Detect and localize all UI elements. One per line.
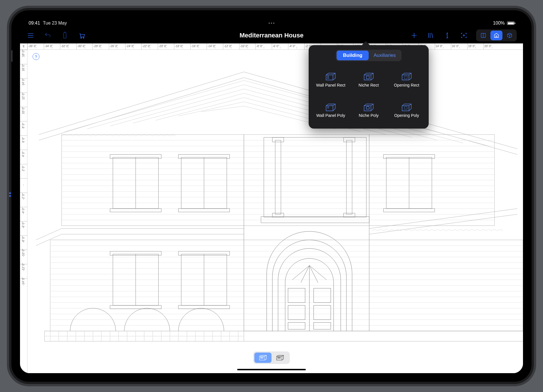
toolbar: Mediterranean House <box>20 27 523 43</box>
ruler-tick: 16' 0" <box>451 43 467 49</box>
popover-item-label: Opening Rect <box>394 83 419 88</box>
add-button[interactable] <box>410 31 418 40</box>
ruler-tick: -20' 0" <box>158 43 174 49</box>
svg-rect-69 <box>288 288 305 303</box>
ruler-tick: -36' 0" <box>27 43 44 49</box>
ruler-tick: 20' 0" <box>484 43 500 49</box>
panel-poly-icon <box>324 102 337 111</box>
opening-poly-icon <box>400 102 413 111</box>
svg-rect-106 <box>366 76 369 79</box>
ruler-tick: -6' 0" <box>20 221 27 235</box>
ruler-tick: -10' 0" <box>239 43 255 49</box>
svg-rect-39 <box>344 137 355 142</box>
cart-button[interactable] <box>78 31 86 40</box>
ruler-tick: -32' 0" <box>60 43 76 49</box>
elevation-drawing[interactable] <box>27 50 523 373</box>
svg-rect-72 <box>314 305 331 320</box>
ruler-tick: -28' 0" <box>93 43 109 49</box>
svg-rect-74 <box>314 323 331 329</box>
library-button[interactable] <box>426 31 435 40</box>
ruler-horizontal[interactable]: -36' 0"-34' 0"-32' 0"-30' 0"-28' 0"-26' … <box>27 43 523 50</box>
niche-poly-icon <box>362 102 375 111</box>
ruler-tick: 10' 0" <box>20 107 27 121</box>
ruler-tick: -12' 0" <box>20 264 27 278</box>
ruler-tick: -34' 0" <box>44 43 60 49</box>
render-textured-button[interactable] <box>272 353 289 363</box>
svg-rect-34 <box>264 137 366 217</box>
ruler-tick: -10' 0" <box>20 250 27 264</box>
opening-rect-icon <box>400 72 413 81</box>
popover-item-opening-rect[interactable]: Opening Rect <box>389 66 424 94</box>
svg-rect-38 <box>346 140 352 214</box>
popover-category-segment: Building Auxiliaries <box>336 50 402 61</box>
ruler-tick: 18' 0" <box>20 50 27 64</box>
view-elevation-button[interactable] <box>490 31 502 40</box>
canvas[interactable]: ft -36' 0"-34' 0"-32' 0"-30' 0"-28' 0"-2… <box>20 43 523 373</box>
ruler-tick: 4' 0" <box>20 150 27 164</box>
status-time: 09:41 <box>29 21 40 26</box>
ruler-tick: 8' 0" <box>20 121 27 135</box>
svg-rect-41 <box>261 217 369 223</box>
view-mode-segment <box>476 29 517 41</box>
ruler-tick: -8' 0" <box>20 235 27 250</box>
ruler-vertical[interactable]: 18' 0"16' 0"14' 0"12' 0"10' 0"8' 0"6' 0"… <box>20 50 27 373</box>
screen: 09:41 Tue 23 May 100% <box>20 19 523 373</box>
popover-item-panel-poly[interactable]: Wall Panel Poly <box>313 97 348 124</box>
ruler-tick: -30' 0" <box>76 43 93 49</box>
svg-rect-71 <box>288 305 305 320</box>
ruler-tick: -2' 0" <box>20 193 27 207</box>
ruler-tick: 2' 0" <box>20 164 27 178</box>
document-title: Mediterranean House <box>239 32 304 39</box>
ruler-tick: 14' 0" <box>20 78 27 93</box>
svg-point-3 <box>447 33 448 34</box>
ruler-tick: 6' 0" <box>20 135 27 150</box>
svg-rect-70 <box>314 288 331 303</box>
add-element-popover: Building Auxiliaries Wall Panel RectNich… <box>309 45 429 129</box>
ruler-tick: -26' 0" <box>109 43 125 49</box>
ruler-tick: -12' 0" <box>223 43 239 49</box>
popover-item-niche-poly[interactable]: Niche Poly <box>351 97 386 124</box>
svg-rect-33 <box>384 209 435 212</box>
ruler-tick: -16' 0" <box>190 43 207 49</box>
popover-item-opening-poly[interactable]: Opening Poly <box>389 97 424 124</box>
popover-item-label: Wall Panel Rect <box>316 83 346 88</box>
battery-tool-icon[interactable] <box>61 31 69 40</box>
ruler-unit: ft <box>20 43 27 50</box>
side-indicator <box>9 195 11 197</box>
popover-tab-building[interactable]: Building <box>337 51 369 60</box>
help-button[interactable]: ? <box>33 53 39 60</box>
popover-item-label: Niche Poly <box>359 113 378 118</box>
popover-tab-auxiliaries[interactable]: Auxiliaries <box>369 51 401 60</box>
menu-button[interactable] <box>26 31 35 40</box>
view-3d-button[interactable] <box>504 31 516 40</box>
svg-marker-109 <box>404 106 407 109</box>
svg-line-75 <box>292 265 310 280</box>
svg-point-4 <box>463 35 464 36</box>
battery-percent: 100% <box>493 21 505 26</box>
svg-rect-73 <box>288 323 305 329</box>
svg-rect-25 <box>110 209 161 212</box>
info-button[interactable] <box>443 31 452 40</box>
popover-item-niche-rect[interactable]: Niche Rect <box>351 66 386 94</box>
popover-item-panel-rect[interactable]: Wall Panel Rect <box>313 66 348 94</box>
undo-button[interactable] <box>43 31 52 40</box>
svg-rect-35 <box>275 140 281 214</box>
svg-line-78 <box>310 265 327 280</box>
panel-rect-icon <box>324 72 337 81</box>
popover-item-label: Niche Rect <box>359 83 379 88</box>
multitasking-handle[interactable] <box>269 23 274 24</box>
status-date: Tue 23 May <box>43 21 67 26</box>
ruler-tick: -18' 0" <box>174 43 190 49</box>
ruler-tick: -14' 0" <box>207 43 223 49</box>
ruler-tick: -22' 0" <box>141 43 158 49</box>
home-indicator[interactable] <box>237 369 306 370</box>
ruler-tick: - <box>20 178 27 193</box>
ruler-tick: 16' 0" <box>20 64 27 78</box>
render-wireframe-button[interactable] <box>254 353 272 363</box>
niche-rect-icon <box>362 72 375 81</box>
svg-rect-29 <box>178 209 229 212</box>
scan-button[interactable] <box>460 31 468 40</box>
render-mode-segment <box>253 351 290 364</box>
svg-point-2 <box>83 37 84 38</box>
view-2d-button[interactable] <box>477 31 489 40</box>
